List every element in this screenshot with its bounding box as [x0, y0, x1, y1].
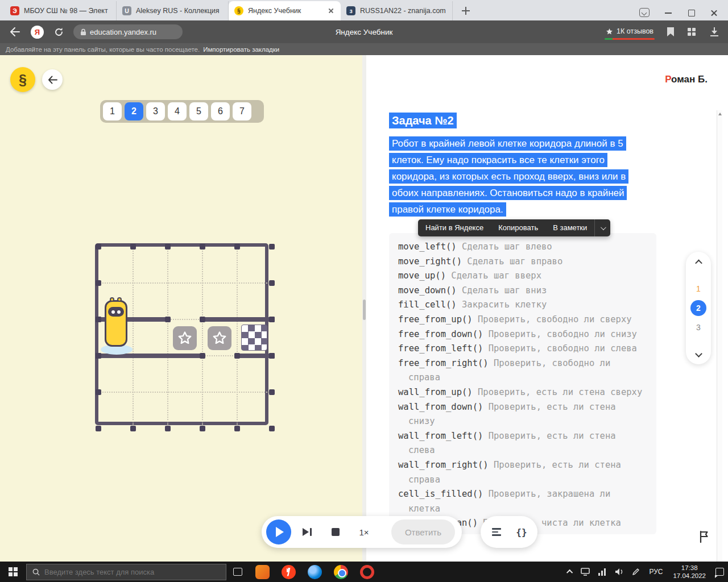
tray-pen-icon[interactable]	[628, 562, 644, 582]
tab-favicon-icon: Э	[10, 6, 19, 15]
scroll-up-icon[interactable]	[718, 113, 722, 115]
list-icon	[492, 528, 501, 535]
reload-icon[interactable]	[52, 25, 65, 39]
bookmark-icon[interactable]	[667, 27, 674, 36]
browser-tab[interactable]: ЭМБОУ СШ № 98 — Элект	[5, 1, 117, 20]
back-icon[interactable]	[8, 25, 22, 39]
taskbar-app-edge[interactable]	[301, 562, 328, 582]
taskbar-app-opera[interactable]	[354, 562, 380, 582]
pager-button-4[interactable]: 4	[168, 102, 187, 120]
chevron-down-icon[interactable]	[695, 350, 702, 357]
tab-panel-icon[interactable]	[639, 8, 650, 17]
taskbar-search[interactable]	[26, 564, 226, 580]
grid-node	[96, 389, 101, 395]
pane-divider[interactable]	[362, 55, 366, 562]
context-menu-item[interactable]: Найти в Яндексе	[418, 219, 491, 236]
task-page-2[interactable]: 2	[690, 300, 706, 316]
window-minimize-button[interactable]	[664, 9, 672, 16]
play-icon	[276, 527, 284, 537]
answer-button[interactable]: Ответить	[391, 519, 455, 544]
command-item: free_from_down() Проверить, свободно ли …	[398, 327, 647, 342]
task-page-3[interactable]: 3	[690, 319, 706, 335]
report-flag-icon[interactable]	[698, 530, 712, 544]
tray-expand-button[interactable]	[564, 562, 577, 582]
grid-node	[200, 353, 205, 359]
tab-title: МБОУ СШ № 98 — Элект	[24, 7, 110, 15]
grid-node	[165, 317, 171, 322]
pager-button-7[interactable]: 7	[233, 102, 251, 120]
tray-display-icon[interactable]	[577, 562, 594, 582]
browser-tab[interactable]: зRUSS1AN22 - znanija.com	[341, 1, 453, 20]
elzhur-icon	[255, 565, 270, 579]
context-menu-more-button[interactable]	[594, 219, 610, 236]
new-tab-button[interactable]	[458, 3, 473, 18]
stop-icon	[332, 528, 340, 536]
window-maximize-button[interactable]	[687, 9, 695, 16]
selection-context-menu: Найти в ЯндексеКопироватьВ заметки	[418, 219, 610, 236]
star-icon	[606, 28, 613, 35]
notification-center-button[interactable]	[711, 562, 728, 582]
lesson-back-button[interactable]	[42, 69, 63, 90]
command-item: wall_from_left() Проверить, есть ли стен…	[398, 429, 647, 458]
skip-button[interactable]	[295, 519, 320, 544]
page-title: Яндекс Учебник	[336, 28, 393, 36]
grid-node	[165, 426, 171, 431]
window-close-button[interactable]	[710, 9, 718, 16]
task-view-button[interactable]	[226, 562, 249, 582]
speed-button[interactable]: 1×	[351, 519, 377, 544]
edge-icon	[308, 565, 322, 579]
divider-handle[interactable]	[363, 300, 366, 320]
page-scrollbar[interactable]	[717, 110, 722, 562]
stop-button[interactable]	[323, 519, 348, 544]
reviews-count: 1К отзывов	[617, 27, 653, 35]
taskbar-app-elzhur[interactable]	[249, 562, 275, 582]
bookmarks-bar: Добавляйте на эту панель сайты, которые …	[0, 43, 728, 55]
grid-node	[269, 317, 275, 322]
pager-button-5[interactable]: 5	[189, 102, 208, 120]
search-input[interactable]	[44, 568, 215, 576]
pager-button-1[interactable]: 1	[103, 102, 122, 120]
steps-view-button[interactable]	[485, 521, 508, 543]
date: 17.04.2022	[673, 572, 706, 580]
yandex-logo-icon[interactable]: Я	[31, 26, 44, 39]
tab-close-icon[interactable]	[327, 7, 335, 15]
site-reviews-badge[interactable]: 1К отзывов	[606, 27, 653, 36]
grid-node	[96, 280, 101, 286]
context-menu-item[interactable]: Копировать	[491, 219, 545, 236]
bookmarks-hint-text: Добавляйте на эту панель сайты, которые …	[6, 46, 200, 53]
commands-panel: move_left() Сделать шаг влевоmove_right(…	[389, 233, 656, 534]
chevron-up-icon[interactable]	[695, 260, 702, 267]
grid-node	[96, 317, 101, 322]
tab-title: Aleksey RUS - Коллекция	[136, 7, 222, 15]
command-item: move_left() Сделать шаг влево	[398, 240, 647, 255]
pager-button-3[interactable]: 3	[146, 102, 165, 120]
taskbar-app-chrome[interactable]	[328, 562, 354, 582]
code-view-button[interactable]: {}	[510, 521, 533, 543]
task-page-1[interactable]: 1	[690, 281, 706, 297]
browser-tab[interactable]: UAleksey RUS - Коллекция	[117, 1, 229, 20]
import-bookmarks-link[interactable]: Импортировать закладки	[203, 46, 279, 53]
task-pager: 1234567	[100, 100, 264, 123]
context-menu-item[interactable]: В заметки	[545, 219, 594, 236]
command-item: free_from_right() Проверить, свободно ли…	[398, 356, 647, 385]
pager-button-6[interactable]: 6	[211, 102, 230, 120]
language-indicator[interactable]: РУС	[644, 562, 668, 582]
tray-network-icon[interactable]	[594, 562, 611, 582]
chrome-icon	[334, 565, 348, 579]
clock[interactable]: 17:3817.04.2022	[668, 562, 711, 582]
taskbar-app-yandex[interactable]	[275, 562, 301, 582]
command-item: wall_from_up() Проверить, есть ли стена …	[398, 385, 647, 400]
browser-tab-bar: ЭМБОУ СШ № 98 — ЭлектUAleksey RUS - Колл…	[0, 0, 728, 20]
start-button[interactable]	[0, 562, 26, 582]
command-item: wall_from_down() Проверить, есть ли стен…	[398, 400, 647, 429]
tray-volume-icon[interactable]	[611, 562, 628, 582]
star-cell	[208, 326, 231, 350]
collections-icon[interactable]	[688, 28, 696, 36]
pager-button-2[interactable]: 2	[125, 102, 143, 120]
address-bar[interactable]: education.yandex.ru	[73, 24, 183, 39]
command-item: move_up() Сделать шаг вверх	[398, 269, 647, 284]
play-button[interactable]	[266, 519, 291, 544]
browser-tab[interactable]: §Яндекс Учебник	[229, 1, 341, 20]
downloads-icon[interactable]	[710, 27, 719, 36]
lesson-pane: § 1234567	[0, 55, 362, 562]
